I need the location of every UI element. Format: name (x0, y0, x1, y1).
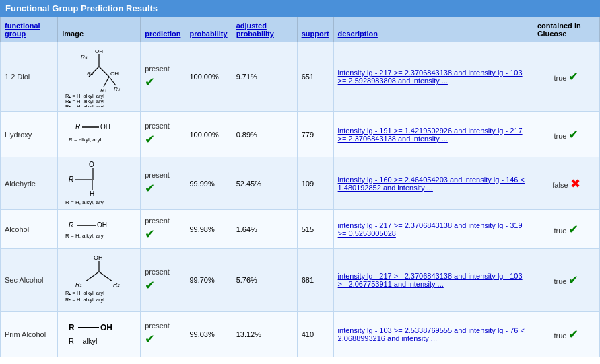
cell-prediction: present ✔ (141, 157, 185, 210)
svg-line-33 (99, 272, 112, 281)
cell-image: R OH R = alkyl, aryl (58, 112, 141, 157)
cell-probability: 99.03% (185, 312, 232, 357)
svg-text:R₂ = H, alkyl, aryl: R₂ = H, alkyl, aryl (65, 297, 104, 303)
svg-text:R: R (69, 323, 75, 332)
window-title: Functional Group Prediction Results (5, 3, 158, 13)
functional-group-name: Alcohol (5, 225, 29, 233)
contained-label: true (554, 132, 566, 140)
results-table: functional group image prediction probab… (0, 17, 600, 357)
cell-adjusted-probability: 1.64% (232, 210, 297, 249)
cell-image: R OH R = alkyl (58, 312, 141, 357)
description-link[interactable]: intensity lg - 217 >= 2.3706843138 and i… (338, 221, 523, 238)
cell-contained: true ✔ (533, 210, 599, 249)
cell-prediction: present ✔ (141, 42, 185, 112)
table-row: 1 2 Diol OH R₄ R₃ OH R₁ R₂ R₁ = H, alkyl… (1, 42, 600, 112)
description-link[interactable]: intensity lg - 217 >= 2.3706843138 and i… (338, 272, 523, 288)
col-header-prediction: prediction (141, 17, 185, 42)
svg-text:OH: OH (110, 71, 119, 77)
svg-text:R = alkyl, aryl: R = alkyl, aryl (69, 137, 101, 143)
table-row: Prim Alcohol R OH R = alkyl present ✔ 99… (1, 312, 600, 357)
cell-support: 681 (297, 249, 333, 312)
functional-group-name: Hydroxy (5, 131, 32, 139)
cell-functional-group: Hydroxy (1, 112, 58, 157)
prediction-text: present (145, 217, 180, 225)
cell-support: 410 (297, 312, 333, 357)
description-link[interactable]: intensity lg - 191 >= 1.4219502926 and i… (338, 126, 523, 143)
prediction-text: present (145, 122, 180, 130)
functional-group-name: Aldehyde (5, 180, 36, 188)
col-link-functional-group[interactable]: functional group (5, 22, 40, 38)
cell-image: OH R₁ R₂ R₁ = H, alkyl, aryl R₂ = H, alk… (58, 249, 141, 312)
cell-description: intensity lg - 103 >= 2.5338769555 and i… (333, 312, 533, 357)
col-link-prediction[interactable]: prediction (145, 30, 180, 38)
cell-prediction: present ✔ (141, 112, 185, 157)
cell-probability: 100.00% (185, 112, 232, 157)
cell-adjusted-probability: 5.76% (232, 249, 297, 312)
svg-line-4 (99, 67, 109, 77)
prediction-text: present (145, 268, 180, 276)
cell-support: 109 (297, 157, 333, 210)
svg-text:OH: OH (95, 48, 103, 54)
cell-contained: true ✔ (533, 112, 599, 157)
svg-text:R = alkyl: R = alkyl (69, 337, 98, 345)
svg-line-8 (109, 77, 116, 85)
check-icon: ✔ (568, 273, 578, 287)
check-icon: ✔ (145, 75, 155, 89)
svg-text:OH: OH (100, 323, 112, 332)
cell-adjusted-probability: 52.45% (232, 157, 297, 210)
svg-line-7 (104, 77, 109, 87)
col-link-description[interactable]: description (338, 30, 378, 38)
description-link[interactable]: intensity lg - 160 >= 2.464054203 and in… (338, 176, 525, 192)
description-link[interactable]: intensity lg - 217 >= 2.3706843138 and i… (338, 69, 523, 85)
table-row: Sec Alcohol OH R₁ R₂ R₁ = H, alkyl, aryl… (1, 249, 600, 312)
check-icon: ✔ (568, 223, 578, 236)
table-row: Hydroxy R OH R = alkyl, aryl present ✔ 1… (1, 112, 600, 157)
contained-label: true (554, 277, 566, 285)
col-header-adjusted-probability: adjusted probability (232, 17, 297, 42)
svg-line-32 (86, 272, 99, 281)
cell-probability: 99.99% (185, 157, 232, 210)
cell-contained: false ✖ (533, 157, 599, 210)
check-icon: ✔ (568, 128, 578, 141)
check-icon: ✔ (568, 328, 578, 341)
svg-text:R₃ = H, alkyl, aryl: R₃ = H, alkyl, aryl (65, 104, 104, 107)
svg-text:R: R (75, 123, 80, 131)
col-link-adjusted-probability[interactable]: adjusted probability (236, 22, 274, 38)
check-icon: ✔ (145, 182, 155, 195)
contained-label: true (554, 74, 566, 82)
col-header-probability: probability (185, 17, 232, 42)
description-link[interactable]: intensity lg - 103 >= 2.5338769555 and i… (338, 326, 525, 342)
col-header-support: support (297, 17, 333, 42)
cell-functional-group: 1 2 Diol (1, 42, 58, 112)
col-link-probability[interactable]: probability (189, 30, 227, 38)
contained-label: true (554, 227, 566, 235)
svg-text:OH: OH (97, 221, 107, 229)
svg-text:OH: OH (100, 123, 110, 131)
cell-prediction: present ✔ (141, 312, 185, 357)
check-icon: ✔ (145, 332, 155, 346)
table-row: Aldehyde R O H R = H, alkyl, aryl presen… (1, 157, 600, 210)
cell-functional-group: Alcohol (1, 210, 58, 249)
title-bar: Functional Group Prediction Results (0, 0, 600, 17)
svg-text:OH: OH (94, 254, 103, 261)
svg-text:R₂: R₂ (113, 281, 121, 288)
col-header-functional-group: functional group (1, 17, 58, 42)
svg-text:R: R (69, 221, 73, 229)
col-link-support[interactable]: support (302, 30, 329, 38)
svg-text:R = H, alkyl, aryl: R = H, alkyl, aryl (65, 199, 105, 205)
svg-text:R₂: R₂ (114, 86, 121, 92)
svg-text:H: H (90, 190, 94, 198)
cell-functional-group: Prim Alcohol (1, 312, 58, 357)
cell-description: intensity lg - 217 >= 2.3706843138 and i… (333, 249, 533, 312)
contained-label: false (552, 181, 568, 189)
svg-text:R₁ = H, alkyl, aryl: R₁ = H, alkyl, aryl (65, 290, 104, 296)
cell-description: intensity lg - 217 >= 2.3706843138 and i… (333, 210, 533, 249)
cell-contained: true ✔ (533, 42, 599, 112)
check-icon: ✔ (568, 70, 578, 83)
cell-description: intensity lg - 191 >= 1.4219502926 and i… (333, 112, 533, 157)
cell-support: 779 (297, 112, 333, 157)
cell-image: R OH R = H, alkyl, aryl (58, 210, 141, 249)
cell-functional-group: Sec Alcohol (1, 249, 58, 312)
check-icon: ✔ (145, 279, 155, 292)
check-icon: ✔ (145, 133, 155, 146)
